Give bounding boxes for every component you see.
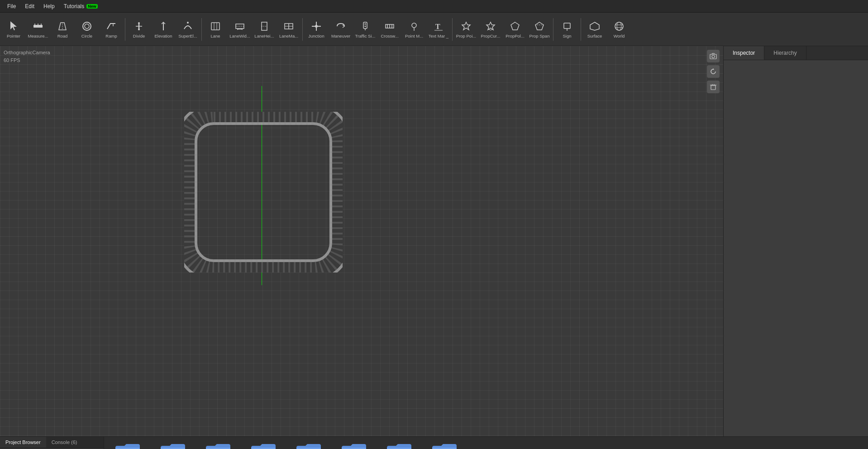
lanema-icon xyxy=(282,20,295,33)
crosswalk-icon xyxy=(383,20,396,33)
svg-point-37 xyxy=(412,23,416,28)
textmark-icon: T xyxy=(432,20,445,33)
tool-ramp[interactable]: Ramp xyxy=(100,14,123,45)
menu-edit[interactable]: Edit xyxy=(21,2,38,10)
tool-elevation[interactable]: Elevation xyxy=(152,14,175,45)
tool-pointer[interactable]: Pointer xyxy=(2,14,25,45)
measure-icon xyxy=(32,20,44,33)
tool-crosswalk-label: Crossw... xyxy=(381,33,398,38)
svg-marker-41 xyxy=(462,22,470,30)
folder-icon-props-large xyxy=(160,442,186,449)
tool-elevation-label: Elevation xyxy=(154,33,172,38)
svg-rect-29 xyxy=(363,22,367,29)
camera-info: OrthographicCamera 60 FPS xyxy=(4,49,50,64)
tool-junction[interactable]: Junction xyxy=(305,14,328,45)
tab-project-browser[interactable]: Project Browser xyxy=(0,437,46,448)
tool-textmark-label: Text Mar _ xyxy=(429,33,448,38)
svg-rect-0 xyxy=(33,25,43,28)
bottom-area: Project Browser Console (6) ▶ Materials … xyxy=(0,436,868,449)
tool-propcur-label: PropCur... xyxy=(481,33,501,38)
ramp-icon xyxy=(105,20,118,33)
circle-icon xyxy=(81,20,93,33)
tool-propspan[interactable]: Prop Span xyxy=(528,14,551,45)
svg-rect-55 xyxy=(186,114,340,270)
svg-marker-43 xyxy=(511,22,519,30)
svg-point-28 xyxy=(315,25,318,28)
tool-sign[interactable]: Sign xyxy=(555,14,579,45)
tool-pointer-label: Pointer xyxy=(7,33,20,38)
tool-proppoi-label: Prop Poi... xyxy=(456,33,476,38)
tool-road-label: Road xyxy=(57,33,68,38)
tool-divide-label: Divide xyxy=(133,33,145,38)
menu-help[interactable]: Help xyxy=(40,2,58,10)
menu-tutorials[interactable]: Tutorials New xyxy=(60,2,101,10)
pointmark-icon xyxy=(408,20,420,33)
viewport-canvas: OrthographicCamera 60 FPS xyxy=(0,46,723,436)
tool-divide[interactable]: Divide xyxy=(127,14,151,45)
folder-textures[interactable]: Textures xyxy=(426,442,463,449)
tool-measure[interactable]: Measure... xyxy=(26,14,50,45)
folder-materials[interactable]: Materials xyxy=(110,442,146,449)
bottom-left-panel: Project Browser Console (6) ▶ Materials … xyxy=(0,437,104,449)
folder-signs[interactable]: Signs xyxy=(381,442,417,449)
tool-proppoi[interactable]: Prop Poi... xyxy=(454,14,478,45)
tool-maneuver[interactable]: Maneuver xyxy=(329,14,353,45)
svg-rect-46 xyxy=(564,23,570,29)
tool-world[interactable]: World xyxy=(607,14,631,45)
tool-lane[interactable]: Lane xyxy=(204,14,227,45)
toolbar-divider-1 xyxy=(125,18,125,41)
tool-laneheight[interactable]: LaneHei... xyxy=(253,14,276,45)
bottom-content: Materials Props RoadMarkings xyxy=(104,437,868,449)
tab-inspector[interactable]: Inspector xyxy=(724,46,764,60)
tool-lanewidth[interactable]: LaneWid... xyxy=(228,14,252,45)
tool-propcur[interactable]: PropCur... xyxy=(479,14,502,45)
folder-props[interactable]: Props xyxy=(155,442,191,449)
tab-hierarchy[interactable]: Hierarchy xyxy=(764,46,806,60)
svg-rect-58 xyxy=(711,86,715,90)
tool-surface[interactable]: Surface xyxy=(583,14,606,45)
tool-circle-label: Circle xyxy=(81,33,92,38)
tool-world-label: World xyxy=(614,33,625,38)
tool-pointmark[interactable]: Point M... xyxy=(402,14,426,45)
folder-icon-signs-large xyxy=(386,442,412,449)
tool-proppol[interactable]: PropPol... xyxy=(503,14,527,45)
camera-toggle-button[interactable] xyxy=(707,50,720,62)
tab-console[interactable]: Console (6) xyxy=(46,437,83,448)
tool-superel-label: SuperEl... xyxy=(178,33,197,38)
tool-textmark[interactable]: T Text Mar _ xyxy=(427,14,450,45)
svg-point-5 xyxy=(83,22,91,30)
folder-roadstyles[interactable]: RoadStyles xyxy=(245,442,281,449)
folder-roadmarkings[interactable]: RoadMarkings xyxy=(200,442,236,449)
svg-marker-48 xyxy=(590,22,599,30)
svg-text:T: T xyxy=(435,23,440,30)
propspan-icon xyxy=(533,20,546,33)
folder-scenes[interactable]: Scenes xyxy=(336,442,372,449)
folder-icon-materials-large xyxy=(114,442,141,449)
toolbar-divider-4 xyxy=(452,18,453,41)
menu-bar: File Edit Help Tutorials New xyxy=(0,0,868,13)
viewport-icons xyxy=(707,50,720,93)
toolbar-divider-5 xyxy=(553,18,553,41)
toolbar-divider-3 xyxy=(302,18,303,41)
toolbar: Pointer Measure... Road Circle Ramp Divi… xyxy=(0,13,868,46)
bottom-tabs: Project Browser Console (6) xyxy=(0,437,104,448)
tool-proppol-label: PropPol... xyxy=(506,33,525,38)
svg-point-12 xyxy=(187,22,189,24)
delete-button[interactable] xyxy=(707,81,720,93)
tool-road[interactable]: Road xyxy=(51,14,74,45)
tool-lanema[interactable]: LaneMa... xyxy=(277,14,300,45)
tool-measure-label: Measure... xyxy=(28,33,48,38)
right-panel: Inspector Hierarchy xyxy=(723,46,868,436)
menu-file[interactable]: File xyxy=(4,2,19,10)
refresh-button[interactable] xyxy=(707,65,720,78)
toolbar-divider-2 xyxy=(201,18,202,41)
tool-superel[interactable]: SuperEl... xyxy=(176,14,200,45)
tool-crosswalk[interactable]: Crossw... xyxy=(378,14,401,45)
viewport[interactable]: OrthographicCamera 60 FPS xyxy=(0,46,723,436)
junction-icon xyxy=(310,20,323,33)
trafficsi-icon xyxy=(359,20,372,33)
tool-circle[interactable]: Circle xyxy=(75,14,99,45)
folder-roads[interactable]: Roads xyxy=(291,442,327,449)
world-icon xyxy=(613,20,625,33)
tool-trafficsi[interactable]: Traffic Si... xyxy=(353,14,377,45)
